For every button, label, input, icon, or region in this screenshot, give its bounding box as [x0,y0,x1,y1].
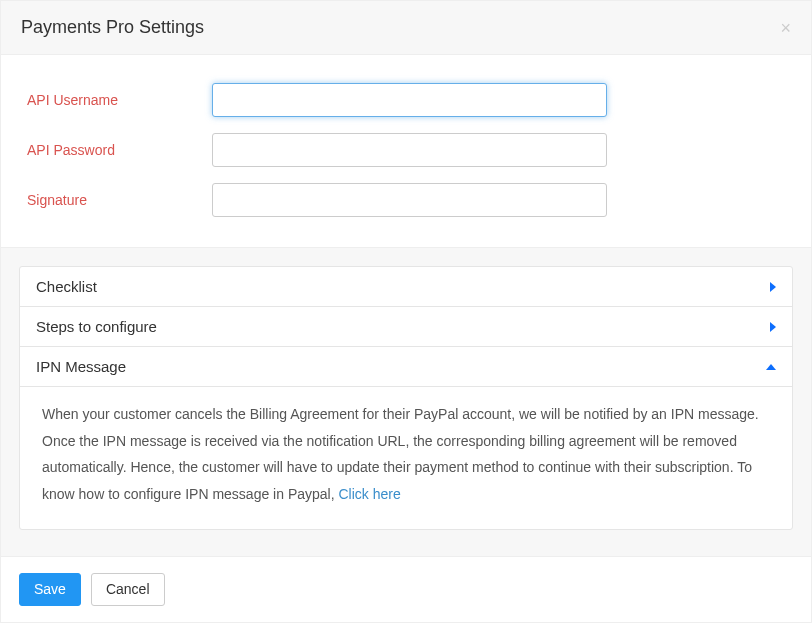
modal-footer: Save Cancel [1,556,811,622]
accordion-title: Checklist [36,278,97,295]
ipn-configure-link[interactable]: Click here [339,486,401,502]
chevron-up-icon [766,364,776,370]
close-icon[interactable]: × [780,19,791,37]
api-username-input[interactable] [212,83,607,117]
api-password-label: API Password [27,133,212,158]
chevron-right-icon [770,322,776,332]
cancel-button[interactable]: Cancel [91,573,165,606]
accordion-title: Steps to configure [36,318,157,335]
accordion-header-checklist[interactable]: Checklist [20,267,792,306]
modal-title: Payments Pro Settings [21,17,204,38]
modal-header: Payments Pro Settings × [1,1,811,54]
save-button[interactable]: Save [19,573,81,606]
accordion-header-ipn[interactable]: IPN Message [20,347,792,386]
accordion-section: Checklist Steps to configure IPN Message… [1,248,811,556]
accordion: Checklist Steps to configure IPN Message… [19,266,793,530]
accordion-item-steps: Steps to configure [20,307,792,347]
api-password-row: API Password [27,133,785,167]
api-password-input[interactable] [212,133,607,167]
signature-label: Signature [27,183,212,208]
chevron-right-icon [770,282,776,292]
signature-input[interactable] [212,183,607,217]
api-username-row: API Username [27,83,785,117]
api-username-label: API Username [27,83,212,108]
signature-row: Signature [27,183,785,217]
accordion-header-steps[interactable]: Steps to configure [20,307,792,346]
credentials-form: API Username API Password Signature [1,54,811,248]
accordion-title: IPN Message [36,358,126,375]
settings-modal: Payments Pro Settings × API Username API… [0,0,812,623]
accordion-body-ipn: When your customer cancels the Billing A… [20,386,792,529]
accordion-item-checklist: Checklist [20,267,792,307]
accordion-item-ipn: IPN Message When your customer cancels t… [20,347,792,529]
